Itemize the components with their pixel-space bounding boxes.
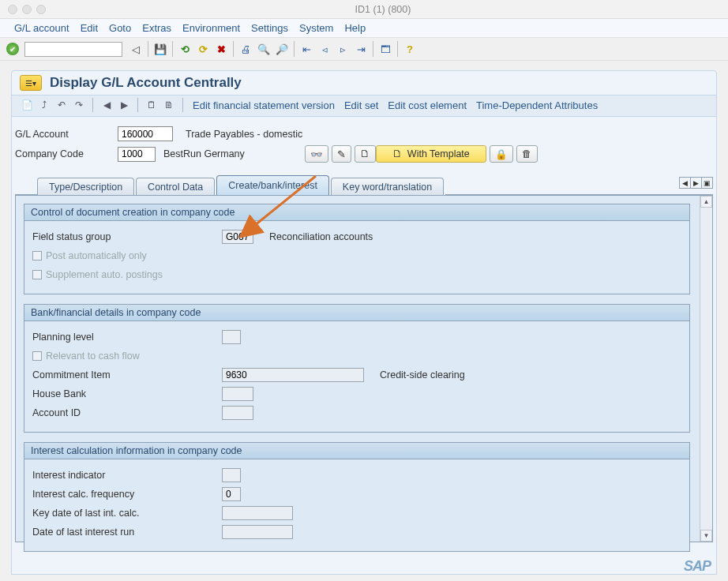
zoom-window-icon[interactable]	[36, 5, 46, 14]
page-title-bar: ☰▾ Display G/L Account Centrally	[12, 71, 716, 96]
content-area: G/L Account Trade Payables - domestic Co…	[11, 117, 717, 575]
tab-create-bank-interest[interactable]: Create/bank/interest	[216, 175, 329, 195]
command-field[interactable]	[24, 42, 122, 57]
where-used-icon[interactable]: 🗒	[144, 98, 159, 112]
standard-toolbar: ✔ ◁ 💾 ⟲ ⟳ ✖ 🖨 🔍 🔎 ⇤ ◃ ▹ ⇥ 🗔 ?	[0, 38, 728, 61]
menu-extras[interactable]: Extras	[142, 22, 171, 34]
window-title: ID1 (1) (800)	[46, 4, 720, 15]
delete-button[interactable]: 🗑	[516, 145, 538, 163]
edit-fsv-link[interactable]: Edit financial statement version	[190, 99, 338, 111]
display-button[interactable]: 👓	[305, 145, 328, 163]
relevant-cash-flow-checkbox	[32, 351, 42, 361]
commitment-item-field[interactable]	[222, 368, 364, 382]
minimize-window-icon[interactable]	[22, 5, 32, 14]
ab-sep	[92, 98, 93, 112]
group-bank-financial: Bank/financial details in company code P…	[24, 304, 690, 433]
find-next-icon[interactable]: 🔎	[274, 41, 290, 57]
menu-help[interactable]: Help	[344, 22, 366, 34]
toolbar-sep	[294, 41, 295, 57]
enter-icon[interactable]: ✔	[6, 43, 19, 55]
planning-level-field[interactable]	[222, 330, 241, 344]
window-controls	[8, 5, 46, 14]
menu-edit[interactable]: Edit	[81, 22, 98, 34]
interest-freq-field[interactable]	[222, 487, 241, 501]
find-icon[interactable]: 🔍	[256, 41, 272, 57]
gl-account-field[interactable]	[118, 126, 173, 141]
company-code-field[interactable]	[118, 147, 156, 162]
edit-button[interactable]: ✎	[332, 145, 351, 163]
create-button[interactable]: 🗋	[355, 145, 376, 163]
field-status-group-field[interactable]	[222, 230, 253, 244]
menu-system[interactable]: System	[299, 22, 333, 34]
supplement-postings-checkbox	[32, 270, 42, 279]
commitment-item-label: Commitment Item	[32, 369, 222, 380]
menu-settings[interactable]: Settings	[251, 22, 288, 34]
change-log-icon[interactable]: 🗎	[162, 98, 176, 112]
with-template-button[interactable]: 🗋 With Template	[376, 145, 486, 163]
close-window-icon[interactable]	[8, 5, 17, 14]
interest-indicator-label: Interest indicator	[32, 470, 222, 481]
key-date-label: Key date of last int. calc.	[32, 508, 222, 519]
field-status-group-desc: Reconciliation accounts	[269, 231, 373, 242]
edit-cost-element-link[interactable]: Edit cost element	[385, 99, 470, 111]
back-dropdown-icon[interactable]: ◁	[128, 41, 144, 57]
help-icon[interactable]: ?	[402, 41, 418, 57]
lock-button[interactable]: 🔒	[490, 145, 513, 163]
prev-page-icon[interactable]: ◃	[317, 41, 332, 57]
menu-goto[interactable]: Goto	[109, 22, 131, 34]
key-date-field[interactable]	[222, 506, 293, 520]
group-interest-calculation: Interest calculation information in comp…	[24, 442, 690, 552]
scroll-up-icon[interactable]: ▲	[700, 196, 712, 208]
scroll-down-icon[interactable]: ▼	[700, 530, 712, 542]
company-code-label: Company Code	[15, 148, 118, 159]
cancel-icon[interactable]: ✖	[213, 41, 229, 57]
undo-icon[interactable]: ↶	[54, 98, 69, 112]
house-bank-label: House Bank	[32, 388, 222, 399]
display-change-icon[interactable]: 📄	[20, 98, 34, 112]
house-bank-field[interactable]	[222, 387, 253, 401]
window-titlebar: ID1 (1) (800)	[0, 0, 728, 19]
toolbar-sep	[172, 41, 173, 57]
toolbar-sep	[373, 41, 373, 57]
toolbar-sep	[397, 41, 398, 57]
object-icon[interactable]: ☰▾	[20, 75, 42, 91]
exit-icon[interactable]: ⟳	[195, 41, 211, 57]
scrollbar[interactable]: ▲ ▼	[700, 196, 712, 542]
next-page-icon[interactable]: ▹	[335, 41, 351, 57]
interest-indicator-field[interactable]	[222, 468, 241, 482]
post-automatically-checkbox	[32, 251, 42, 261]
application-toolbar: 📄 ⤴ ↶ ↷ ◀ ▶ 🗒 🗎 Edit financial statement…	[12, 96, 716, 116]
next-record-icon[interactable]: ▶	[117, 98, 131, 112]
last-interest-run-field[interactable]	[222, 525, 293, 539]
new-session-icon[interactable]: 🗔	[377, 41, 393, 57]
menu-gl-account[interactable]: G/L account	[14, 22, 69, 34]
last-page-icon[interactable]: ⇥	[353, 41, 369, 57]
edit-set-link[interactable]: Edit set	[341, 99, 381, 111]
tab-left-icon[interactable]: ◀	[679, 177, 691, 189]
tab-control-data[interactable]: Control Data	[136, 178, 215, 196]
prev-record-icon[interactable]: ◀	[99, 98, 114, 112]
account-id-field[interactable]	[222, 406, 253, 420]
save-icon[interactable]: 💾	[152, 41, 168, 57]
tab-right-icon[interactable]: ▶	[690, 177, 702, 189]
commitment-item-desc: Credit-side clearing	[380, 369, 465, 380]
redo-icon[interactable]: ↷	[72, 98, 86, 112]
sap-logo: SAP	[684, 558, 711, 575]
print-icon[interactable]: 🖨	[238, 41, 253, 57]
field-status-group-label: Field status group	[32, 231, 222, 242]
toolbar-sep	[233, 41, 234, 57]
tab-list-icon[interactable]: ▣	[701, 177, 713, 189]
tab-keyword-translation[interactable]: Key word/translation	[331, 178, 444, 196]
other-object-icon[interactable]: ⤴	[37, 98, 51, 112]
tabstrip: Type/Description Control Data Create/ban…	[15, 175, 713, 195]
group-doc-creation-heading: Control of document creation in company …	[24, 204, 689, 221]
tab-type-description[interactable]: Type/Description	[37, 178, 134, 196]
menu-environment[interactable]: Environment	[182, 22, 240, 34]
time-dependent-link[interactable]: Time-Dependent Attributes	[473, 99, 601, 111]
with-template-label: With Template	[407, 148, 470, 159]
back-icon[interactable]: ⟲	[177, 41, 193, 57]
first-page-icon[interactable]: ⇤	[298, 41, 314, 57]
menubar: G/L account Edit Goto Extras Environment…	[0, 19, 728, 38]
relevant-cash-flow-label: Relevant to cash flow	[46, 350, 140, 362]
ab-sep	[182, 98, 183, 112]
